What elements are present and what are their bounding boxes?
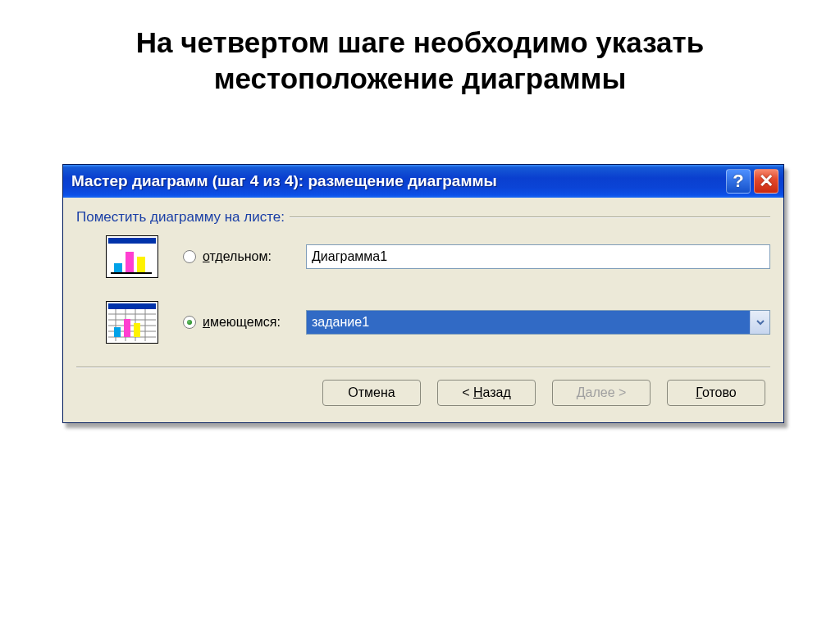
cancel-button[interactable]: Отмена — [322, 380, 421, 406]
cancel-label: Отмена — [348, 385, 395, 400]
svg-rect-19 — [134, 323, 140, 337]
svg-rect-1 — [108, 238, 156, 244]
new-sheet-name-input[interactable]: Диаграмма1 — [306, 244, 770, 269]
svg-rect-18 — [124, 319, 130, 337]
dialog-frame: Мастер диаграмм (шаг 4 из 4): размещение… — [62, 164, 784, 423]
button-separator — [76, 367, 770, 368]
chart-existing-sheet-icon — [106, 301, 158, 344]
back-button[interactable]: < Назад — [437, 380, 536, 406]
dialog-window: Мастер диаграмм (шаг 4 из 4): размещение… — [62, 164, 784, 423]
dialog-body: Поместить диаграмму на листе: — [63, 198, 783, 422]
back-label: < Назад — [462, 385, 511, 400]
radio-new-sheet[interactable]: отдельном: — [183, 249, 306, 264]
option-new-sheet: отдельном: Диаграмма1 — [76, 235, 770, 278]
window-title: Мастер диаграмм (шаг 4 из 4): размещение… — [71, 172, 726, 190]
finish-label: Готово — [696, 385, 736, 400]
radio-existing-label: имеющемся: — [203, 315, 281, 330]
slide-title: На четвертом шаге необходимо указать мес… — [0, 25, 840, 97]
svg-rect-2 — [114, 263, 122, 273]
group-label-row: Поместить диаграмму на листе: — [76, 209, 770, 226]
help-icon: ? — [733, 172, 743, 190]
slide: На четвертом шаге необходимо указать мес… — [0, 0, 840, 629]
radio-icon — [183, 250, 196, 263]
new-sheet-name-value: Диаграмма1 — [312, 249, 387, 264]
existing-sheet-value: задание1 — [307, 311, 750, 334]
svg-rect-7 — [108, 303, 156, 309]
existing-sheet-select[interactable]: задание1 — [306, 310, 770, 335]
radio-icon — [183, 316, 196, 329]
chevron-down-icon — [756, 317, 765, 327]
svg-rect-17 — [114, 327, 121, 337]
svg-rect-3 — [126, 252, 134, 273]
group-divider — [290, 217, 770, 218]
next-label: Далее > — [577, 385, 627, 400]
close-button[interactable]: ✕ — [754, 169, 778, 194]
next-button: Далее > — [552, 380, 651, 406]
button-row: Отмена < Назад Далее > Готово — [76, 380, 770, 411]
option-existing-sheet: имеющемся: задание1 — [76, 301, 770, 344]
close-icon: ✕ — [759, 172, 774, 190]
help-button[interactable]: ? — [726, 169, 751, 194]
group-label: Поместить диаграмму на листе: — [76, 209, 285, 226]
radio-new-label: отдельном: — [203, 249, 272, 264]
dropdown-button[interactable] — [750, 311, 769, 334]
radio-existing-sheet[interactable]: имеющемся: — [183, 315, 306, 330]
titlebar[interactable]: Мастер диаграмм (шаг 4 из 4): размещение… — [63, 165, 783, 198]
svg-rect-4 — [137, 257, 145, 273]
chart-new-sheet-icon — [106, 235, 158, 278]
finish-button[interactable]: Готово — [667, 380, 765, 406]
titlebar-buttons: ? ✕ — [726, 169, 778, 194]
